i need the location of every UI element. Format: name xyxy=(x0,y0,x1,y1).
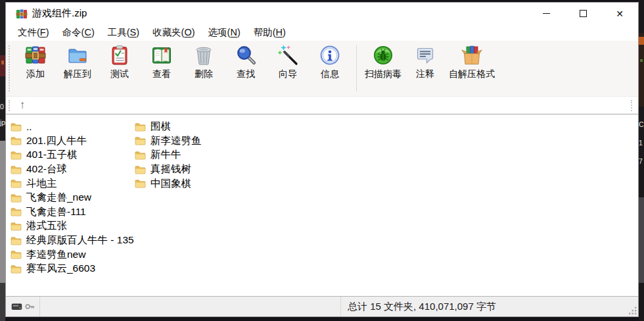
minimize-button[interactable] xyxy=(528,3,564,24)
menu-label-part: 收藏夹( xyxy=(152,27,184,37)
list-item[interactable]: 港式五张 xyxy=(11,219,134,234)
list-item-label: 围棋 xyxy=(150,120,171,134)
add-archive-icon xyxy=(25,45,46,66)
list-item[interactable]: 新李逵劈鱼 xyxy=(135,134,202,149)
wizard-button[interactable]: 向导 xyxy=(267,44,309,80)
list-item[interactable]: 李逵劈鱼new xyxy=(11,247,134,262)
comment-icon xyxy=(415,45,436,66)
minimize-icon xyxy=(543,13,550,14)
window-title: 游戏组件.zip xyxy=(32,7,87,20)
virus-scan-button[interactable]: 扫描病毒 xyxy=(362,44,404,80)
folder-icon xyxy=(135,151,146,160)
menu-item-file[interactable]: 文件(F) xyxy=(11,25,56,40)
menu-item-commands[interactable]: 命令(C) xyxy=(56,25,101,40)
list-item[interactable]: 斗地主 xyxy=(11,176,134,191)
list-item-label: 斗地主 xyxy=(26,177,57,191)
winrar-archive-icon xyxy=(16,9,28,19)
drive-icon[interactable] xyxy=(11,303,22,310)
desktop-icon-fragment xyxy=(639,33,644,107)
list-item[interactable]: 围棋 xyxy=(135,120,202,134)
folder-icon xyxy=(11,264,22,274)
toolbar-button-label: 向导 xyxy=(279,68,297,80)
titlebar: 游戏组件.zip ✕ xyxy=(6,3,638,24)
menu-item-options[interactable]: 选项(N) xyxy=(202,25,247,40)
key-icon[interactable] xyxy=(25,303,35,310)
maximize-button[interactable] xyxy=(564,3,601,24)
toolbar-button-label: 查找 xyxy=(237,68,255,80)
menu-item-tools[interactable]: 工具(S) xyxy=(101,25,146,40)
toolbar-button-label: 删除 xyxy=(195,68,213,80)
delete-button[interactable]: 删除 xyxy=(183,44,225,80)
addressbar-grip[interactable] xyxy=(9,100,10,111)
list-item[interactable]: 真摇钱树 xyxy=(135,162,202,177)
desktop-text-fragment: 0 xyxy=(0,103,4,111)
list-item-label: 赛车风云_6603 xyxy=(26,262,95,276)
menu-label-part: 命令( xyxy=(62,27,85,37)
menu-label-part: ) xyxy=(283,27,286,37)
add-button[interactable]: 添加 xyxy=(14,44,57,80)
folder-icon xyxy=(11,136,22,145)
background-window-fragment xyxy=(0,141,5,283)
menu-label-part: ) xyxy=(136,27,139,37)
list-item[interactable]: 402-台球 xyxy=(11,162,134,177)
file-list[interactable]: .. 201.四人牛牛 401-五子棋 402-台球 斗地主 飞禽走兽_new … xyxy=(6,114,638,297)
menu-item-help[interactable]: 帮助(H) xyxy=(247,25,292,40)
toolbar-button-label: 添加 xyxy=(26,68,45,80)
list-item-label: 飞禽走兽-111 xyxy=(26,205,86,219)
list-item-label: 201.四人牛牛 xyxy=(26,134,87,148)
list-item[interactable]: 飞禽走兽_new xyxy=(11,191,134,205)
list-item[interactable]: 新牛牛 xyxy=(135,148,202,162)
comment-button[interactable]: 注释 xyxy=(404,44,446,80)
folder-icon xyxy=(135,122,146,132)
background-fragment xyxy=(639,197,644,283)
toolbar-button-label: 测试 xyxy=(110,68,129,80)
menu-item-favorites[interactable]: 收藏夹(O) xyxy=(146,25,201,40)
background-fragment xyxy=(0,283,5,321)
test-button[interactable]: 测试 xyxy=(99,44,141,80)
folder-icon xyxy=(135,136,146,145)
folder-icon xyxy=(11,122,22,132)
list-item-label: 李逵劈鱼new xyxy=(26,248,85,262)
list-item-label: 402-台球 xyxy=(26,162,67,176)
address-bar: ↑ xyxy=(6,96,638,114)
list-item[interactable]: 经典原版百人牛牛 - 135 xyxy=(11,234,134,248)
list-item[interactable]: 赛车风云_6603 xyxy=(11,262,134,276)
resize-grip[interactable] xyxy=(628,307,637,315)
file-list-column-2: 围棋 新李逵劈鱼 新牛牛 真摇钱树 中国象棋 xyxy=(135,120,202,191)
view-button[interactable]: 查看 xyxy=(141,44,183,80)
close-button[interactable]: ✕ xyxy=(601,3,638,24)
up-one-level-button[interactable]: ↑ xyxy=(12,97,32,113)
desktop-text-fragment: 7 xyxy=(639,158,643,165)
addressbar-grip-right[interactable] xyxy=(631,100,632,111)
path-bar[interactable] xyxy=(32,97,638,114)
toolbar-grip[interactable] xyxy=(9,45,10,91)
toolbar-separator xyxy=(356,45,357,91)
list-item[interactable]: 401-五子棋 xyxy=(11,148,134,162)
maximize-icon xyxy=(580,10,587,17)
list-item[interactable]: 飞禽走兽-111 xyxy=(11,205,134,220)
sfx-icon xyxy=(461,45,482,66)
close-icon: ✕ xyxy=(616,9,624,19)
list-item-label: 港式五张 xyxy=(26,219,67,233)
sfx-button[interactable]: 自解压格式 xyxy=(446,44,497,80)
info-button[interactable]: 信息 xyxy=(309,44,351,80)
menu-mnemonic: C xyxy=(84,27,91,37)
info-icon xyxy=(319,45,340,66)
menu-label-part: ) xyxy=(91,27,95,37)
winrar-window: 游戏组件.zip ✕ 文件(F) 命令(C) 工具(S) 收藏夹(O) 选项(N… xyxy=(5,2,639,317)
toolbar-button-label: 信息 xyxy=(321,68,339,80)
menu-label-part: 文件( xyxy=(18,27,40,37)
total-summary-text: 总计 15 文件夹, 410,071,097 字节 xyxy=(348,301,496,313)
extract-to-button[interactable]: 解压到 xyxy=(57,44,99,80)
desktop-edge-right: C 1 7 xyxy=(639,0,644,321)
list-item[interactable]: 中国象棋 xyxy=(135,176,202,191)
view-file-icon xyxy=(151,45,172,66)
folder-icon xyxy=(11,222,22,231)
toolbar-button-label: 自解压格式 xyxy=(449,68,495,80)
find-button[interactable]: 查找 xyxy=(225,44,267,80)
list-item[interactable]: 201.四人牛牛 xyxy=(11,134,134,149)
list-item-parent-dir[interactable]: .. xyxy=(11,120,134,134)
list-item-label: .. xyxy=(26,121,32,133)
menu-label-part: ) xyxy=(237,27,241,37)
menu-mnemonic: F xyxy=(40,27,46,37)
